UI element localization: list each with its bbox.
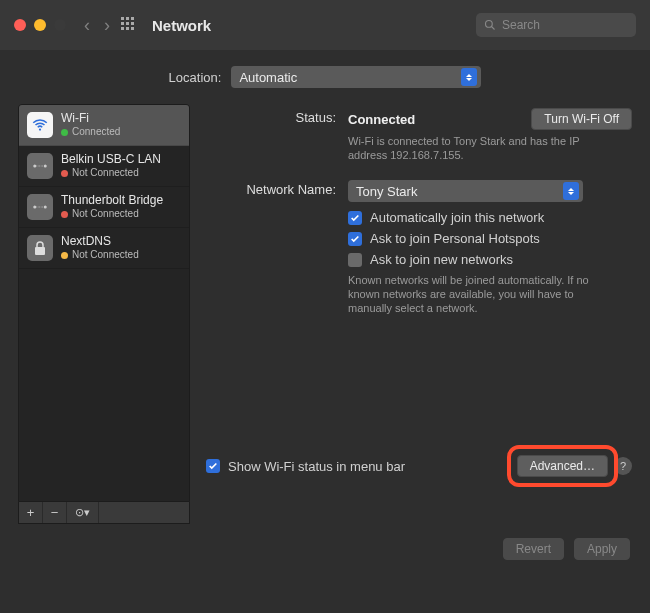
svg-point-12 [33, 165, 36, 168]
network-name-label: Network Name: [206, 180, 336, 197]
minimize-window-button[interactable] [34, 19, 46, 31]
status-dot-icon [61, 252, 68, 259]
svg-point-11 [39, 128, 41, 130]
titlebar: ‹ › Network Search [0, 0, 650, 50]
search-icon [484, 19, 496, 31]
location-label: Location: [169, 70, 222, 85]
checkbox-icon [206, 459, 220, 473]
svg-rect-8 [131, 27, 134, 30]
service-belkin-lan[interactable]: Belkin USB-C LAN Not Connected [19, 146, 189, 187]
back-button[interactable]: ‹ [84, 15, 90, 36]
wifi-icon [27, 112, 53, 138]
svg-rect-7 [126, 27, 129, 30]
service-status: Not Connected [72, 207, 139, 221]
network-name-select[interactable]: Tony Stark [348, 180, 583, 202]
hotspots-checkbox[interactable]: Ask to join Personal Hotspots [348, 231, 632, 246]
service-status: Connected [72, 125, 120, 139]
wifi-toggle-button[interactable]: Turn Wi-Fi Off [531, 108, 632, 130]
svg-rect-1 [126, 17, 129, 20]
zoom-window-button[interactable] [54, 19, 66, 31]
service-thunderbolt-bridge[interactable]: Thunderbolt Bridge Not Connected [19, 187, 189, 228]
lock-icon [27, 235, 53, 261]
status-dot-icon [61, 211, 68, 218]
ethernet-icon [27, 153, 53, 179]
svg-point-13 [44, 165, 47, 168]
service-status: Not Connected [72, 248, 139, 262]
show-all-prefs-button[interactable] [120, 16, 136, 35]
menubar-checkbox[interactable]: Show Wi-Fi status in menu bar [206, 459, 405, 474]
add-service-button[interactable]: + [19, 502, 43, 523]
svg-point-9 [486, 21, 493, 28]
help-button[interactable]: ? [614, 457, 632, 475]
options-hint: Known networks will be joined automatica… [348, 273, 608, 315]
service-nextdns[interactable]: NextDNS Not Connected [19, 228, 189, 269]
status-dot-icon [61, 129, 68, 136]
sidebar-controls: + − ⊙▾ [18, 502, 190, 524]
network-name-value: Tony Stark [356, 184, 417, 199]
apply-button[interactable]: Apply [574, 538, 630, 560]
service-status: Not Connected [72, 166, 139, 180]
service-name: Thunderbolt Bridge [61, 193, 163, 207]
remove-service-button[interactable]: − [43, 502, 67, 523]
status-dot-icon [61, 170, 68, 177]
location-select[interactable]: Automatic [231, 66, 481, 88]
close-window-button[interactable] [14, 19, 26, 31]
svg-line-10 [492, 27, 495, 30]
svg-rect-6 [121, 27, 124, 30]
service-name: Belkin USB-C LAN [61, 152, 161, 166]
auto-join-checkbox[interactable]: Automatically join this network [348, 210, 632, 225]
checkbox-label: Ask to join Personal Hotspots [370, 231, 540, 246]
forward-button[interactable]: › [104, 15, 110, 36]
nav-controls: ‹ › [84, 15, 110, 36]
traffic-lights [14, 19, 66, 31]
status-detail: Wi-Fi is connected to Tony Stark and has… [348, 134, 598, 162]
svg-rect-3 [121, 22, 124, 25]
svg-rect-0 [121, 17, 124, 20]
service-wifi[interactable]: Wi-Fi Connected [19, 105, 189, 146]
checkbox-label: Ask to join new networks [370, 252, 513, 267]
detail-panel: Status: Connected Turn Wi-Fi Off Wi-Fi i… [190, 104, 632, 502]
search-placeholder: Search [502, 18, 540, 32]
svg-rect-4 [126, 22, 129, 25]
chevron-updown-icon [563, 182, 579, 200]
search-field[interactable]: Search [476, 13, 636, 37]
service-name: Wi-Fi [61, 111, 120, 125]
checkbox-icon [348, 253, 362, 267]
svg-point-16 [44, 206, 47, 209]
services-sidebar: Wi-Fi Connected Belkin USB-C LAN Not Con… [18, 104, 190, 502]
checkbox-label: Show Wi-Fi status in menu bar [228, 459, 405, 474]
location-row: Location: Automatic [0, 50, 650, 100]
checkbox-icon [348, 211, 362, 225]
window-title: Network [152, 17, 211, 34]
service-actions-menu[interactable]: ⊙▾ [67, 502, 99, 523]
location-value: Automatic [239, 70, 297, 85]
chevron-updown-icon [461, 68, 477, 86]
svg-rect-5 [131, 22, 134, 25]
svg-point-15 [33, 206, 36, 209]
svg-rect-2 [131, 17, 134, 20]
ethernet-icon [27, 194, 53, 220]
checkbox-label: Automatically join this network [370, 210, 544, 225]
service-name: NextDNS [61, 234, 139, 248]
status-label: Status: [206, 108, 336, 125]
svg-rect-18 [35, 247, 45, 255]
checkbox-icon [348, 232, 362, 246]
revert-button[interactable]: Revert [503, 538, 564, 560]
advanced-button[interactable]: Advanced… [517, 455, 608, 477]
status-value: Connected [348, 112, 415, 127]
new-networks-checkbox[interactable]: Ask to join new networks [348, 252, 632, 267]
